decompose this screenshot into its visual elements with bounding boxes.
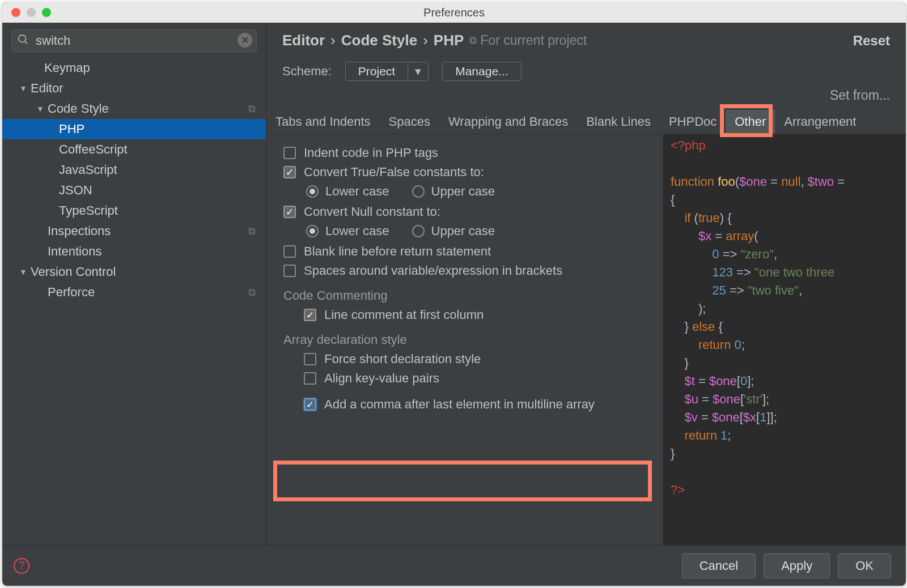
copy-icon: ⧉: [469, 35, 477, 46]
manage-button[interactable]: Manage...: [442, 62, 521, 81]
section-array-style: Array declaration style: [283, 333, 653, 347]
tab-spaces[interactable]: Spaces: [380, 110, 439, 134]
tabs: Tabs and IndentsSpacesWrapping and Brace…: [266, 110, 906, 134]
reset-button[interactable]: Reset: [853, 33, 890, 49]
sidebar-item-intentions[interactable]: Intentions: [2, 241, 266, 262]
tab-tabs-and-indents[interactable]: Tabs and Indents: [266, 110, 380, 134]
ok-button[interactable]: OK: [838, 553, 891, 578]
tab-wrapping-and-braces[interactable]: Wrapping and Braces: [439, 110, 577, 134]
checkbox-force-short[interactable]: [304, 353, 316, 365]
search-input[interactable]: [11, 29, 257, 52]
sidebar-item-code-style[interactable]: ▼Code Style⧉: [2, 99, 266, 119]
sidebar-item-json[interactable]: JSON: [2, 180, 266, 201]
window-title: Preferences: [2, 6, 906, 19]
preferences-window: Preferences ✕ Keymap▼Editor▼Code Style⧉P…: [2, 2, 906, 586]
section-code-commenting: Code Commenting: [283, 288, 653, 303]
scheme-label: Scheme:: [282, 64, 332, 79]
clear-icon[interactable]: ✕: [238, 33, 252, 48]
set-from-link[interactable]: Set from...: [266, 84, 906, 103]
checkbox-spaces-brackets[interactable]: [283, 265, 296, 277]
checkbox-add-comma[interactable]: ✓: [304, 398, 316, 411]
sidebar-item-coffeescript[interactable]: CoffeeScript: [2, 139, 266, 160]
apply-button[interactable]: Apply: [764, 553, 830, 578]
scheme-combo[interactable]: Project ▾: [345, 62, 429, 81]
code-preview: <?php function foo($one = null, $two = {…: [663, 134, 906, 545]
tab-phpdoc[interactable]: PHPDoc: [660, 110, 726, 134]
checkbox-convert-tf[interactable]: ✓: [283, 166, 296, 178]
tab-blank-lines[interactable]: Blank Lines: [577, 110, 660, 134]
sidebar-item-typescript[interactable]: TypeScript: [2, 201, 266, 221]
radio-null-lower[interactable]: [306, 225, 319, 237]
sidebar-item-php[interactable]: PHP: [2, 119, 266, 139]
cancel-button[interactable]: Cancel: [682, 553, 756, 578]
options-panel: Indent code in PHP tags ✓Convert True/Fa…: [266, 134, 663, 545]
sidebar-item-inspections[interactable]: Inspections⧉: [2, 221, 266, 241]
radio-tf-upper[interactable]: [412, 185, 425, 198]
sidebar-item-editor[interactable]: ▼Editor: [2, 78, 266, 99]
svg-line-1: [25, 41, 28, 44]
checkbox-align-kv[interactable]: [304, 372, 316, 385]
help-icon[interactable]: ?: [14, 558, 29, 574]
chevron-down-icon[interactable]: ▾: [408, 62, 429, 81]
sidebar-item-keymap[interactable]: Keymap: [2, 58, 266, 78]
sidebar-item-perforce[interactable]: Perforce⧉: [2, 282, 266, 302]
radio-null-upper[interactable]: [412, 225, 425, 237]
chevron-down-icon: ▼: [36, 104, 44, 113]
breadcrumb: Editor › Code Style › PHP ⧉For current p…: [282, 32, 587, 49]
radio-tf-lower[interactable]: [306, 185, 319, 198]
checkbox-line-comment[interactable]: ✓: [304, 309, 316, 321]
svg-point-0: [19, 35, 26, 42]
tab-other[interactable]: Other: [726, 110, 775, 134]
checkbox-blank-return[interactable]: [283, 245, 296, 258]
sidebar-item-javascript[interactable]: JavaScript: [2, 160, 266, 180]
highlight-add-comma: [273, 461, 652, 501]
chevron-down-icon: ▼: [19, 84, 27, 93]
sidebar-item-version-control[interactable]: ▼Version Control: [2, 262, 266, 282]
chevron-down-icon: ▼: [19, 267, 27, 276]
copy-icon: ⧉: [248, 225, 256, 237]
titlebar: Preferences: [2, 2, 906, 23]
copy-icon: ⧉: [248, 103, 256, 115]
checkbox-convert-null[interactable]: ✓: [283, 206, 296, 218]
tab-arrangement[interactable]: Arrangement: [775, 110, 865, 134]
checkbox-indent-php[interactable]: [283, 147, 296, 159]
search-icon: [17, 33, 29, 49]
copy-icon: ⧉: [248, 287, 256, 299]
sidebar: ✕ Keymap▼Editor▼Code Style⧉PHPCoffeeScri…: [2, 23, 266, 545]
